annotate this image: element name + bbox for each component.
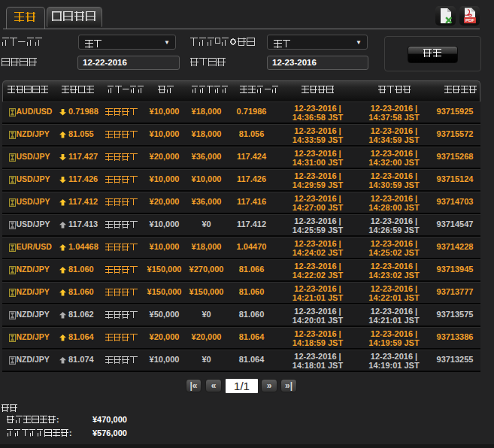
svg-text:PDF: PDF — [465, 18, 474, 23]
